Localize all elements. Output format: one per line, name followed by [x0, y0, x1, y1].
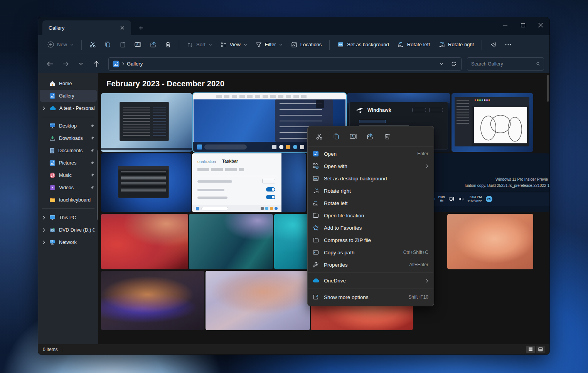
- sidebar-item-pictures[interactable]: Pictures: [40, 157, 97, 169]
- star-icon: [313, 225, 319, 231]
- rename-button[interactable]: [346, 131, 360, 142]
- chevron-right-icon: [42, 106, 46, 110]
- photo-thumbnail[interactable]: [452, 93, 533, 152]
- rename-button[interactable]: [131, 38, 145, 52]
- photo-thumbnail[interactable]: [101, 93, 192, 152]
- details-pane-button[interactable]: [486, 38, 500, 52]
- sidebar-item-network[interactable]: Network: [40, 236, 97, 248]
- pictures-icon: [49, 160, 56, 166]
- chevron-down-icon: [244, 44, 247, 46]
- maximize-button[interactable]: [514, 17, 532, 33]
- tab-close-icon[interactable]: [117, 23, 127, 33]
- sidebar-item-downloads[interactable]: Downloads: [40, 132, 97, 144]
- breadcrumb-bar[interactable]: Gallery: [108, 57, 462, 71]
- view-button[interactable]: View: [217, 38, 251, 52]
- menu-item-open-with[interactable]: Open with: [308, 160, 434, 172]
- search-box[interactable]: [467, 57, 544, 71]
- refresh-button[interactable]: [449, 59, 459, 69]
- menu-item-copy-as-path[interactable]: Copy as path Ctrl+Shift+C: [308, 246, 434, 259]
- breadcrumb[interactable]: Gallery: [127, 61, 143, 67]
- content-scrollbar[interactable]: [547, 75, 549, 102]
- menu-item-open-file-location[interactable]: Open file location: [308, 209, 434, 222]
- sidebar-item-home[interactable]: Home: [40, 77, 97, 89]
- new-tab-icon[interactable]: [136, 23, 146, 33]
- pin-icon: [90, 173, 94, 177]
- back-button[interactable]: [44, 58, 57, 70]
- menu-item-add-to-favorites[interactable]: Add to Favorites: [308, 222, 434, 234]
- filter-button[interactable]: Filter: [252, 38, 286, 52]
- see-more-button[interactable]: [501, 38, 515, 52]
- rotate-right-button[interactable]: Rotate right: [435, 38, 478, 52]
- sort-icon: [187, 42, 193, 48]
- view-icon: [221, 42, 227, 48]
- menu-item-rotate-right[interactable]: Rotate right: [308, 185, 434, 197]
- chevron-down-icon: [209, 44, 212, 46]
- sidebar-item-onedrive[interactable]: A test - Personal: [40, 102, 97, 114]
- up-button[interactable]: [90, 58, 103, 70]
- command-bar: New Sort View: [38, 35, 549, 54]
- large-thumbnails-toggle[interactable]: [536, 346, 545, 353]
- menu-item-rotate-left[interactable]: Rotate left: [308, 197, 434, 209]
- menu-item-set-as-desktop-background[interactable]: Set as desktop background: [308, 172, 434, 185]
- search-input[interactable]: [471, 61, 533, 67]
- sort-button[interactable]: Sort: [183, 38, 216, 52]
- sidebar-item-this-pc[interactable]: This PC: [40, 212, 97, 223]
- photo-thumbnail[interactable]: [206, 271, 310, 330]
- cut-icon: [316, 133, 323, 140]
- photo-thumbnail[interactable]: [101, 271, 204, 330]
- menu-item-show-more-options[interactable]: Show more options Shift+F10: [308, 290, 434, 304]
- wrench-icon: [313, 262, 319, 268]
- delete-button[interactable]: [161, 38, 175, 52]
- cut-button[interactable]: [86, 38, 100, 52]
- gallery-icon: [113, 60, 120, 67]
- photo-thumbnail[interactable]: [101, 153, 191, 212]
- sidebar-item-videos[interactable]: Videos: [40, 181, 97, 193]
- menu-item-compress-to-zip[interactable]: Compress to ZIP file: [308, 234, 434, 246]
- address-dropdown-icon[interactable]: [436, 59, 446, 69]
- share-button[interactable]: [146, 38, 160, 52]
- folder-icon: [49, 197, 56, 202]
- recent-locations-button[interactable]: [74, 58, 88, 70]
- set-as-background-icon: [337, 41, 344, 48]
- minimize-button[interactable]: [496, 17, 514, 33]
- tab-gallery[interactable]: Gallery: [42, 20, 131, 35]
- delete-button[interactable]: [380, 131, 394, 142]
- new-button[interactable]: New: [44, 38, 78, 52]
- sidebar-item-gallery[interactable]: Gallery: [40, 90, 97, 102]
- forward-button[interactable]: [59, 58, 72, 70]
- status-bar: 0 items: [38, 344, 549, 355]
- chevron-down-icon: [70, 44, 74, 46]
- sidebar-item-touchkeyboard[interactable]: touchkeyboard: [40, 194, 97, 206]
- tab-bar: Gallery: [38, 17, 549, 35]
- set-as-background-icon: [313, 175, 319, 181]
- sidebar-item-documents[interactable]: Documents: [40, 144, 97, 156]
- close-button[interactable]: [532, 17, 549, 33]
- menu-item-properties[interactable]: Properties Alt+Enter: [308, 259, 434, 271]
- details-view-toggle[interactable]: [526, 346, 535, 353]
- sidebar-item-dvd-drive[interactable]: DVD Drive (D:) CCC: [40, 224, 97, 236]
- sidebar-item-desktop[interactable]: Desktop: [40, 120, 97, 132]
- context-menu: Open Enter Open with Set as desktop back…: [307, 126, 434, 306]
- copy-button[interactable]: [101, 38, 115, 52]
- sidebar-item-music[interactable]: Music: [40, 169, 97, 181]
- photo-thumbnail[interactable]: onalization Taskbar: [192, 153, 306, 212]
- locations-button[interactable]: Locations: [287, 38, 326, 52]
- pin-icon: [90, 185, 94, 190]
- copy-as-path-icon: [313, 250, 319, 255]
- network-icon: [49, 239, 56, 245]
- photo-thumbnail[interactable]: [189, 214, 273, 269]
- set-as-background-button[interactable]: Set as background: [334, 38, 393, 52]
- cut-button[interactable]: [312, 131, 326, 142]
- sidebar-divider: [42, 208, 94, 209]
- rotate-left-icon: [313, 200, 319, 206]
- share-button[interactable]: [363, 131, 377, 142]
- menu-item-onedrive[interactable]: OneDrive: [308, 274, 434, 287]
- rotate-left-button[interactable]: Rotate left: [394, 38, 434, 52]
- large-thumbnails-icon: [538, 347, 543, 351]
- sidebar-scrollbar[interactable]: [97, 150, 98, 220]
- photo-thumbnail[interactable]: [101, 214, 188, 269]
- copy-button[interactable]: [329, 131, 343, 142]
- paste-button[interactable]: [116, 38, 130, 52]
- menu-item-open[interactable]: Open Enter: [308, 148, 434, 160]
- photo-thumbnail[interactable]: [447, 214, 533, 269]
